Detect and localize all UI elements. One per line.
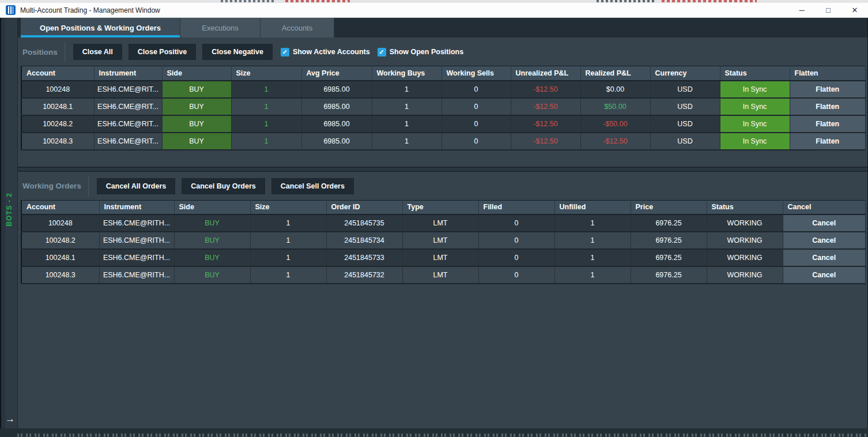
unfilled-cell: 1	[554, 214, 631, 232]
close-negative-button[interactable]: Close Negative	[202, 44, 273, 60]
column-header-flatten[interactable]: Flatten	[790, 66, 866, 81]
table-row[interactable]: 100248ESH6.CME@RIT...BUY16985.0010-$12.5…	[21, 81, 866, 98]
column-header-account[interactable]: Account	[21, 200, 99, 214]
status-badge: In Sync	[720, 81, 790, 98]
avg-price-cell: 6985.00	[301, 115, 372, 133]
unfilled-cell: 1	[554, 266, 631, 284]
close-all-button[interactable]: Close All	[73, 44, 122, 60]
working-orders-table: AccountInstrumentSideSizeOrder IDTypeFil…	[21, 200, 866, 285]
column-header-account[interactable]: Account	[21, 66, 94, 81]
background-text-artifact	[597, 0, 655, 2]
price-cell: 6976.25	[631, 249, 707, 266]
tab-open-positions-working-orders[interactable]: Open Positions & Working Orders	[21, 18, 180, 37]
order-type-cell: LMT	[402, 232, 478, 249]
unrealized-pl-cell: -$12.50	[511, 115, 580, 133]
filled-cell: 0	[478, 266, 554, 284]
working-sells-cell: 0	[441, 98, 511, 115]
cancel-all-orders-button[interactable]: Cancel All Orders	[97, 178, 175, 194]
cancel-button[interactable]: Cancel	[783, 249, 866, 266]
show-open-positions-checkbox[interactable]: ✓ Show Open Positions	[378, 48, 463, 56]
filled-cell: 0	[478, 214, 554, 232]
column-header-instrument[interactable]: Instrument	[94, 66, 162, 81]
section-splitter[interactable]	[18, 167, 867, 172]
instrument-cell: ESH6.CME@RIT...	[94, 81, 162, 98]
cancel-buy-orders-button[interactable]: Cancel Buy Orders	[182, 178, 265, 194]
column-header-order-id[interactable]: Order ID	[326, 200, 402, 214]
side-cell: BUY	[162, 98, 231, 115]
tab-accounts[interactable]: Accounts	[261, 18, 334, 37]
expand-arrow-icon[interactable]: →	[5, 413, 15, 425]
flatten-button[interactable]: Flatten	[790, 98, 866, 115]
close-positive-button[interactable]: Close Positive	[129, 44, 196, 60]
side-cell: BUY	[174, 214, 250, 232]
tab-label: Open Positions & Working Orders	[40, 24, 161, 32]
table-row[interactable]: 100248.2ESH6.CME@RITH...BUY12451845734LM…	[21, 232, 866, 249]
instrument-cell: ESH6.CME@RIT...	[94, 133, 162, 150]
column-header-realized-p-l[interactable]: Realized P&L	[580, 66, 650, 81]
column-header-size[interactable]: Size	[231, 66, 301, 81]
table-row[interactable]: 100248.1ESH6.CME@RIT...BUY16985.0010-$12…	[21, 98, 866, 115]
order-id-cell: 2451845733	[326, 249, 402, 266]
table-row[interactable]: 100248.1ESH6.CME@RITH...BUY12451845733LM…	[21, 249, 866, 266]
flatten-button[interactable]: Flatten	[790, 81, 866, 98]
currency-cell: USD	[650, 133, 720, 150]
currency-cell: USD	[650, 115, 720, 133]
instrument-cell: ESH6.CME@RIT...	[94, 98, 162, 115]
side-cell: BUY	[174, 249, 250, 266]
column-header-price[interactable]: Price	[631, 200, 707, 214]
account-cell: 100248.1	[21, 249, 99, 266]
flatten-button[interactable]: Flatten	[790, 115, 866, 133]
side-cell: BUY	[162, 115, 231, 133]
positions-section-label: Positions	[22, 48, 58, 56]
maximize-button[interactable]: □	[815, 3, 841, 17]
cancel-button[interactable]: Cancel	[783, 266, 866, 284]
divider	[65, 42, 65, 62]
column-header-unfilled[interactable]: Unfilled	[554, 200, 631, 214]
realized-pl-cell: -$50.00	[580, 115, 650, 133]
unrealized-pl-cell: -$12.50	[511, 133, 580, 150]
column-header-status[interactable]: Status	[707, 200, 783, 214]
column-header-status[interactable]: Status	[720, 66, 790, 81]
table-row[interactable]: 100248ESH6.CME@RITH...BUY12451845735LMT0…	[21, 214, 866, 232]
app-icon	[6, 5, 16, 15]
working-sells-cell: 0	[441, 115, 511, 133]
table-row[interactable]: 100248.2ESH6.CME@RIT...BUY16985.0010-$12…	[21, 115, 866, 133]
window-titlebar: Multi-Account Trading - Management Windo…	[0, 3, 868, 18]
size-cell: 1	[231, 81, 301, 98]
close-button[interactable]: ✕	[841, 3, 868, 17]
column-header-unrealized-p-l[interactable]: Unrealized P&L	[511, 66, 580, 81]
column-header-instrument[interactable]: Instrument	[99, 200, 174, 214]
column-header-type[interactable]: Type	[402, 200, 478, 214]
instrument-cell: ESH6.CME@RITH...	[99, 249, 174, 266]
column-header-size[interactable]: Size	[250, 200, 326, 214]
column-header-working-buys[interactable]: Working Buys	[372, 66, 441, 81]
show-active-accounts-checkbox[interactable]: ✓ Show Active Accounts	[281, 48, 370, 56]
tab-label: Executions	[202, 24, 239, 32]
table-row[interactable]: 100248.3ESH6.CME@RITH...BUY12451845732LM…	[21, 266, 866, 284]
column-header-working-sells[interactable]: Working Sells	[441, 66, 511, 81]
instrument-cell: ESH6.CME@RIT...	[94, 115, 162, 133]
side-cell: BUY	[162, 133, 231, 150]
realized-pl-cell: $50.00	[580, 98, 650, 115]
column-header-avg-price[interactable]: Avg Price	[301, 66, 372, 81]
table-row[interactable]: 100248.3ESH6.CME@RIT...BUY16985.0010-$12…	[21, 133, 866, 150]
tab-executions[interactable]: Executions	[180, 18, 261, 37]
flatten-button[interactable]: Flatten	[790, 133, 866, 150]
cancel-button[interactable]: Cancel	[783, 214, 866, 232]
column-header-currency[interactable]: Currency	[650, 66, 720, 81]
column-header-side[interactable]: Side	[162, 66, 231, 81]
column-header-side[interactable]: Side	[174, 200, 250, 214]
column-header-cancel[interactable]: Cancel	[783, 200, 866, 214]
background-text-artifact	[285, 0, 350, 2]
checkbox-label: Show Active Accounts	[293, 48, 370, 56]
account-cell: 100248	[21, 214, 99, 232]
cancel-button[interactable]: Cancel	[783, 232, 866, 249]
app-window: BOTS - 2 → Open Positions & Working Orde…	[0, 18, 868, 428]
working-orders-section-label: Working Orders	[22, 182, 81, 190]
realized-pl-cell: -$12.50	[580, 133, 650, 150]
working-buys-cell: 1	[372, 115, 441, 133]
cancel-sell-orders-button[interactable]: Cancel Sell Orders	[271, 178, 354, 194]
minimize-button[interactable]: ─	[788, 3, 815, 17]
column-header-filled[interactable]: Filled	[478, 200, 554, 214]
order-type-cell: LMT	[402, 214, 478, 232]
